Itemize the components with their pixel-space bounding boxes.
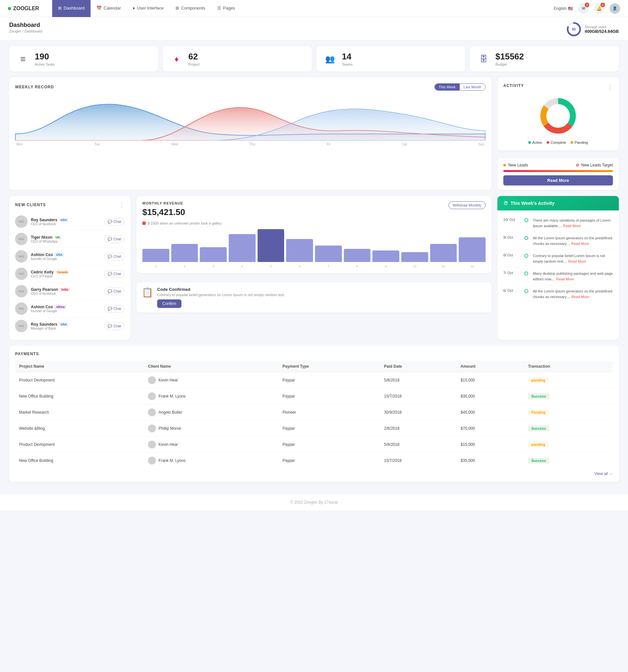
client-cell-5: Frank M. Lyons <box>148 457 275 464</box>
client-role-2: founder of Google <box>31 257 101 261</box>
donut-chart <box>503 95 613 137</box>
read-more-1[interactable]: Read More <box>571 242 589 245</box>
date-cell-1: 15/7/2018 <box>380 388 457 404</box>
amount-cell-1: $35,000 <box>457 388 524 404</box>
chat-button-2[interactable]: 💬 Chat <box>104 253 125 260</box>
list-item: IMG Garry Pearson India CEO of facebook … <box>15 283 125 300</box>
code-confirmed-title: Code Confirmed <box>157 287 285 292</box>
clients-menu-icon[interactable]: ⋮ <box>119 201 125 209</box>
monthly-revenue-card: MONTHLY REVENUE $15,421.50 Withdraw Mont… <box>136 196 492 273</box>
nav-calendar-label: Calendar <box>104 6 121 10</box>
nav-calendar-icon: 📅 <box>97 6 102 10</box>
col-paid-date: Paid Date <box>380 361 457 372</box>
country-badge-2: USA <box>54 253 64 257</box>
client-role-3: CEO of Paypal <box>31 274 101 278</box>
payments-table: Project Name Client Name Payment Type Pa… <box>15 361 613 469</box>
tab-this-week[interactable]: This Week <box>435 84 460 90</box>
stat-cards: ≡ 190 Active Tasks ♦ 62 Project 👥 14 Tea… <box>9 46 619 72</box>
client-name-1: Tiger Nixon <box>31 235 52 240</box>
activity-legend: Active Complete Panding <box>503 141 613 144</box>
bar-chart <box>143 229 485 262</box>
nav-ui[interactable]: ♦ User Interface <box>127 0 169 17</box>
teams-icon: 👥 <box>323 52 337 66</box>
client-name-cell-3: Phillip Morse <box>158 426 181 431</box>
nav-pages[interactable]: ☰ Pages <box>211 0 241 17</box>
chat-button-0[interactable]: 💬 Chat <box>104 218 125 225</box>
client-name-5: Ashton Cox <box>31 305 53 309</box>
chat-button-6[interactable]: 💬 Chat <box>104 322 125 330</box>
revenue-note-dot <box>143 222 146 225</box>
read-more-2[interactable]: Read More <box>568 259 586 263</box>
leads-bar <box>503 170 613 172</box>
storage-ring: 80 <box>566 22 581 37</box>
project-cell-0: Product Devlopment <box>15 372 144 388</box>
view-all-link[interactable]: View all → <box>595 472 613 476</box>
client-cell-2: Angelo Butler <box>148 408 275 416</box>
read-more-button[interactable]: Read More <box>503 175 613 186</box>
nav-dashboard[interactable]: ⊞ Dashboard <box>52 0 91 17</box>
bar-label-item: 8 <box>344 265 371 268</box>
messages-badge: 3 <box>585 3 589 7</box>
user-avatar[interactable]: 👤 <box>610 3 620 14</box>
amount-cell-0: $15,000 <box>457 372 524 388</box>
read-more-3[interactable]: Read More <box>556 277 574 281</box>
bar-label-item: 10 <box>401 265 428 268</box>
table-row: New Office Building Frank M. Lyons Paypa… <box>15 453 613 469</box>
status-badge-5: Success <box>528 458 549 463</box>
avatar: IMG <box>15 233 28 245</box>
messages-button[interactable]: ✉ 3 <box>578 3 588 14</box>
bar-label-item: 5 <box>257 265 284 268</box>
nav-ui-icon: ♦ <box>132 6 135 10</box>
chat-label-5: Chat <box>114 307 121 311</box>
day-sat: Sat <box>402 142 407 146</box>
nav-components-label: Components <box>181 6 205 10</box>
storage-percent: 80 <box>572 28 576 31</box>
projects-value: 62 <box>189 51 200 62</box>
page-header: Dashboard Zoogler / Dashboard 80 Storage… <box>0 17 628 40</box>
bar-label-item: 12 <box>459 265 485 268</box>
budget-label: Budget <box>496 63 524 66</box>
logo: ZOOGLER <box>8 6 39 11</box>
chat-icon-3: 💬 <box>108 272 112 276</box>
chat-button-1[interactable]: 💬 Chat <box>104 235 125 243</box>
activity-menu-icon[interactable]: ⋮ <box>607 84 613 91</box>
type-cell-5: Paypal <box>279 453 380 469</box>
list-item: 7/ Oct Many desktop publishing packages … <box>503 268 613 285</box>
project-cell-4: Product Devlopment <box>15 437 144 453</box>
language-selector[interactable]: English 🇺🇸 <box>554 6 573 11</box>
new-leads-target-label: New Leads Target <box>581 163 613 167</box>
bar-item <box>430 244 457 262</box>
date-cell-5: 15/7/2018 <box>380 453 457 469</box>
activity-text-4: All the Lorem Ipsum generators on the pr… <box>533 289 613 299</box>
client-mini-avatar-2 <box>148 408 156 416</box>
new-leads-label: New Leads <box>508 163 528 167</box>
chat-button-4[interactable]: 💬 Chat <box>104 288 125 295</box>
complete-dot <box>547 141 549 144</box>
list-item: 10/ Oct There are many variations of pas… <box>503 214 613 232</box>
read-more-4[interactable]: Read More <box>571 295 589 299</box>
confirm-button[interactable]: Confirm <box>157 299 181 308</box>
table-row: Product Devlopment Kevin Heal Paypal 5/8… <box>15 437 613 453</box>
tasks-label: Active Tasks <box>35 63 55 66</box>
nav-components[interactable]: ⊞ Components <box>170 0 211 17</box>
chat-button-3[interactable]: 💬 Chat <box>104 270 125 278</box>
withdraw-button[interactable]: Withdraw Monthly <box>449 201 485 209</box>
main-nav: ⊞ Dashboard 📅 Calendar ♦ User Interface … <box>52 0 554 17</box>
read-more-0[interactable]: Read More <box>563 224 581 228</box>
avatar: IMG <box>15 250 28 263</box>
bar-item <box>372 250 399 262</box>
bar-item <box>286 239 313 262</box>
chat-label-1: Chat <box>114 237 121 241</box>
chat-button-5[interactable]: 💬 Chat <box>104 305 125 313</box>
main-content: ≡ 190 Active Tasks ♦ 62 Project 👥 14 Tea… <box>0 40 628 494</box>
client-mini-avatar-1 <box>148 392 156 400</box>
list-item: IMG Roy Saunders USA CEO of facebook 💬 C… <box>15 213 125 231</box>
col-client: Client Name <box>144 361 279 372</box>
flag-icon: 🇺🇸 <box>568 6 573 11</box>
tab-last-month[interactable]: Last Month <box>460 84 485 90</box>
notifications-button[interactable]: 🔔 5 <box>594 3 604 14</box>
country-badge-5: Africa <box>54 305 66 309</box>
client-cell-1: Frank M. Lyons <box>148 392 275 400</box>
nav-calendar[interactable]: 📅 Calendar <box>91 0 127 17</box>
table-row: Product Devlopment Kevin Heal Paypal 5/8… <box>15 372 613 388</box>
